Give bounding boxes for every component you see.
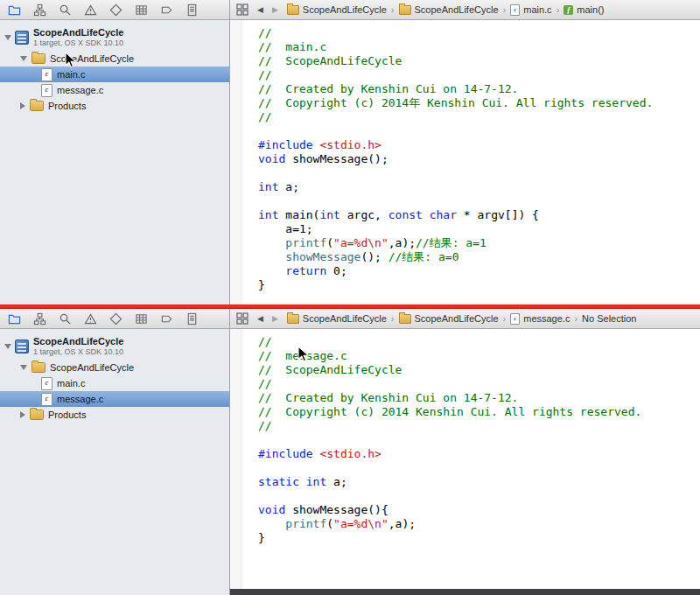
breadcrumb-item[interactable]: ScopeAndLifeCycle <box>399 313 499 324</box>
code-view[interactable]: //// main.c// ScopeAndLifeCycle//// Crea… <box>242 20 700 304</box>
disclosure-open-icon[interactable] <box>4 344 11 349</box>
back-button[interactable]: ◀ <box>257 5 263 14</box>
forward-button[interactable]: ▶ <box>272 5 278 14</box>
code-token: "a=%d\n" <box>333 517 388 530</box>
code-line[interactable] <box>258 489 700 503</box>
code-line[interactable]: } <box>258 278 700 292</box>
breadcrumb-item[interactable]: main.c <box>510 4 551 16</box>
group-row[interactable]: ScopeAndLifeCycle <box>0 360 229 375</box>
issue-navigator-icon[interactable] <box>83 312 97 326</box>
file-row-message-c[interactable]: message.c <box>0 82 229 98</box>
project-row[interactable]: ScopeAndLifeCycle 1 target, OS X SDK 10.… <box>0 333 229 360</box>
breadcrumb-label: main() <box>577 4 604 15</box>
debug-navigator-icon[interactable] <box>134 312 148 326</box>
project-navigator-icon[interactable] <box>7 3 21 17</box>
code-line[interactable] <box>258 124 700 138</box>
breakpoint-navigator-icon[interactable] <box>159 3 173 17</box>
breadcrumb-item[interactable]: main() <box>564 4 604 15</box>
products-row[interactable]: Products <box>0 407 229 423</box>
breadcrumb: ScopeAndLifeCycle›ScopeAndLifeCycle›mess… <box>286 313 638 325</box>
code-line[interactable]: // <box>258 377 700 391</box>
code-line[interactable]: printf("a=%d\n",a); <box>258 517 700 531</box>
code-line[interactable]: #include <stdio.h> <box>258 138 700 152</box>
test-navigator-icon[interactable] <box>108 3 122 17</box>
back-button[interactable]: ◀ <box>257 314 263 323</box>
breadcrumb-item[interactable]: message.c <box>510 313 570 325</box>
disclosure-open-icon[interactable] <box>4 35 11 40</box>
disclosure-open-icon[interactable] <box>20 56 27 61</box>
code-line[interactable]: // ScopeAndLifeCycle <box>258 54 700 68</box>
disclosure-closed-icon[interactable] <box>20 102 25 109</box>
code-token <box>258 250 285 263</box>
breadcrumb-item[interactable]: ScopeAndLifeCycle <box>399 4 499 15</box>
source-editor[interactable]: //// main.c// ScopeAndLifeCycle//// Crea… <box>230 20 700 304</box>
issue-navigator-icon[interactable] <box>83 3 97 17</box>
symbol-navigator-icon[interactable] <box>32 3 46 17</box>
breadcrumb-item[interactable]: ScopeAndLifeCycle <box>287 4 387 15</box>
group-row[interactable]: ScopeAndLifeCycle <box>0 51 229 66</box>
code-line[interactable]: // Created by Kenshin Cui on 14-7-12. <box>258 391 700 405</box>
code-line[interactable] <box>258 433 700 447</box>
report-navigator-icon[interactable] <box>185 312 199 326</box>
code-line[interactable]: int a; <box>258 180 700 194</box>
code-line[interactable]: // <box>258 335 700 349</box>
code-line[interactable]: a=1; <box>258 222 700 236</box>
find-navigator-icon[interactable] <box>58 312 72 326</box>
code-token: printf <box>285 517 326 530</box>
code-token: a; <box>278 180 298 193</box>
forward-button[interactable]: ▶ <box>272 314 278 323</box>
code-token: showMessage(); <box>285 152 388 165</box>
code-line[interactable]: // <box>258 110 700 124</box>
code-line[interactable]: // ScopeAndLifeCycle <box>258 363 700 377</box>
find-navigator-icon[interactable] <box>58 3 72 17</box>
code-line[interactable]: void showMessage(){ <box>258 503 700 517</box>
products-row[interactable]: Products <box>0 98 229 114</box>
code-view[interactable]: //// message.c// ScopeAndLifeCycle//// C… <box>242 329 700 595</box>
code-line[interactable]: // <box>258 419 700 433</box>
file-row-main-c[interactable]: main.c <box>0 375 229 391</box>
project-row[interactable]: ScopeAndLifeCycle 1 target, OS X SDK 10.… <box>0 24 229 51</box>
report-navigator-icon[interactable] <box>185 3 199 17</box>
code-token: // Created by Kenshin Cui on 14-7-12. <box>258 82 518 95</box>
file-row-message-c[interactable]: message.c <box>0 391 229 407</box>
code-line[interactable]: // main.c <box>258 40 700 54</box>
navigator-sidebar: ScopeAndLifeCycle 1 target, OS X SDK 10.… <box>0 309 230 595</box>
code-line[interactable]: // Created by Kenshin Cui on 14-7-12. <box>258 82 700 96</box>
folder-icon <box>287 314 299 324</box>
breadcrumb-label: ScopeAndLifeCycle <box>415 313 499 324</box>
breadcrumb-item[interactable]: ScopeAndLifeCycle <box>287 313 387 324</box>
source-editor[interactable]: //// message.c// ScopeAndLifeCycle//// C… <box>230 329 700 595</box>
debug-navigator-icon[interactable] <box>134 3 148 17</box>
code-line[interactable]: static int a; <box>258 475 700 489</box>
code-line[interactable] <box>258 461 700 475</box>
breadcrumb-item[interactable]: No Selection <box>582 313 636 324</box>
symbol-navigator-icon[interactable] <box>32 312 46 326</box>
c-file-icon <box>510 313 520 325</box>
code-line[interactable]: // <box>258 68 700 82</box>
code-line[interactable] <box>258 194 700 208</box>
test-navigator-icon[interactable] <box>108 312 122 326</box>
code-line[interactable]: int main(int argc, const char * argv[]) … <box>258 208 700 222</box>
code-line[interactable]: // Copyright (c) 2014 Kenshin Cui. All r… <box>258 405 700 419</box>
code-line[interactable] <box>258 166 700 180</box>
related-items-icon[interactable] <box>235 312 249 326</box>
disclosure-open-icon[interactable] <box>20 365 27 370</box>
breakpoint-navigator-icon[interactable] <box>159 312 173 326</box>
jump-bar: ◀ ▶ ScopeAndLifeCycle›ScopeAndLifeCycle›… <box>230 309 700 329</box>
code-line[interactable]: // Copyright (c) 2014年 Kenshin Cui. All … <box>258 96 700 110</box>
code-line[interactable]: void showMessage(); <box>258 152 700 166</box>
code-token: // message.c <box>258 349 347 362</box>
project-navigator-icon[interactable] <box>7 312 21 326</box>
code-line[interactable]: // message.c <box>258 349 700 363</box>
code-line[interactable]: return 0; <box>258 264 700 278</box>
disclosure-closed-icon[interactable] <box>20 411 25 418</box>
related-items-icon[interactable] <box>235 3 249 17</box>
code-line[interactable]: // <box>258 26 700 40</box>
code-line[interactable]: showMessage(); //结果: a=0 <box>258 250 700 264</box>
file-row-main-c[interactable]: main.c <box>0 66 229 82</box>
code-line[interactable]: } <box>258 531 700 545</box>
code-token: void <box>258 503 285 516</box>
code-line[interactable]: printf("a=%d\n",a);//结果: a=1 <box>258 236 700 250</box>
code-line[interactable]: #include <stdio.h> <box>258 447 700 461</box>
folder-icon <box>30 410 44 420</box>
